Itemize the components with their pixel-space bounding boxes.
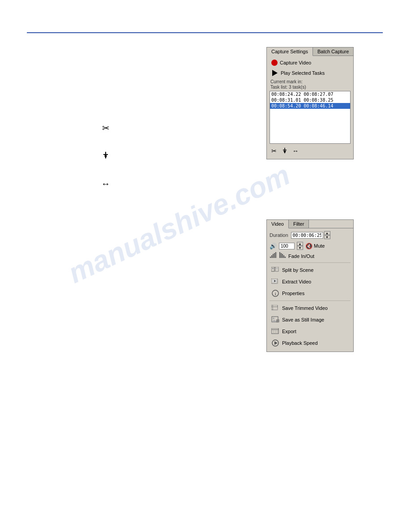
- fade-row: Fade In/Out: [270, 252, 351, 260]
- svg-rect-8: [273, 254, 274, 258]
- playback-speed-button[interactable]: Playback Speed: [270, 337, 351, 349]
- play-selected-button[interactable]: Play Selected Tasks: [270, 69, 351, 77]
- capture-panel: Capture Settings Batch Capture Capture V…: [266, 47, 354, 159]
- save-trimmed-label: Save Trimmed Video: [282, 305, 328, 311]
- properties-icon: i: [271, 289, 279, 297]
- volume-row: 🔊 ▲ ▼ 🔇 Mute: [270, 242, 351, 250]
- extract-video-icon: [271, 278, 279, 286]
- extract-video-label: Extract Video: [282, 279, 311, 284]
- svg-marker-40: [274, 341, 278, 345]
- duration-value: ▲ ▼: [291, 231, 330, 239]
- playback-speed-icon: [271, 339, 279, 347]
- volume-icon: 🔊: [270, 243, 277, 249]
- fade-label: Fade In/Out: [288, 253, 314, 259]
- capture-video-button[interactable]: Capture Video: [270, 59, 351, 67]
- video-tabs: Video Filter: [267, 220, 353, 228]
- save-still-button[interactable]: Save as Still Image: [270, 314, 351, 326]
- split-by-scene-button[interactable]: Split by Scene: [270, 264, 351, 276]
- duration-row: Duration ▲ ▼: [270, 231, 351, 239]
- scissors-icon[interactable]: ✂: [98, 121, 113, 135]
- svg-marker-2: [104, 155, 107, 159]
- split-by-scene-icon: [271, 266, 279, 274]
- save-still-label: Save as Still Image: [282, 317, 324, 322]
- taskbar-pin-icon[interactable]: [280, 146, 289, 155]
- capture-video-label: Capture Video: [280, 60, 311, 65]
- fade-icon-1: [270, 252, 277, 260]
- left-icons-area: ✂ ↔: [98, 121, 113, 191]
- svg-rect-10: [275, 252, 276, 258]
- tab-filter[interactable]: Filter: [289, 220, 309, 228]
- volume-spin-down[interactable]: ▼: [297, 246, 303, 250]
- capture-panel-body: Capture Video Play Selected Tasks Curren…: [267, 56, 353, 159]
- svg-rect-9: [274, 253, 275, 258]
- task-item-3[interactable]: 00:08:54.20 00:08:46.14: [270, 103, 350, 109]
- volume-spin-up[interactable]: ▲: [297, 242, 303, 246]
- separator-1: [270, 262, 351, 263]
- fade-icon-2: [279, 252, 286, 260]
- split-by-scene-label: Split by Scene: [282, 267, 313, 273]
- tab-video[interactable]: Video: [267, 220, 289, 228]
- extract-video-button[interactable]: Extract Video: [270, 276, 351, 287]
- task-list-label: Task list: 3 task(s): [270, 85, 351, 90]
- taskbar-arrows-icon[interactable]: ↔: [291, 146, 300, 155]
- top-rule: [27, 32, 383, 33]
- properties-label: Properties: [282, 291, 304, 296]
- mute-icon: 🔇: [305, 243, 313, 249]
- mute-label: Mute: [314, 243, 325, 249]
- svg-rect-17: [272, 268, 274, 269]
- task-item-1[interactable]: 00:08:24.22 00:08:27.07: [270, 91, 350, 97]
- duration-input[interactable]: [291, 232, 323, 239]
- svg-rect-11: [279, 252, 280, 258]
- taskbar-icons: ✂ ↔: [270, 146, 351, 156]
- playback-speed-label: Playback Speed: [282, 340, 318, 346]
- save-trimmed-button[interactable]: Save Trimmed Video: [270, 302, 351, 314]
- record-icon: [271, 60, 278, 66]
- duration-label: Duration: [270, 232, 288, 238]
- save-still-icon: [271, 316, 279, 324]
- svg-text:i: i: [275, 292, 276, 296]
- svg-rect-14: [283, 255, 284, 258]
- duration-spin-up[interactable]: ▲: [324, 231, 330, 235]
- svg-rect-15: [285, 257, 286, 258]
- export-button[interactable]: Export: [270, 326, 351, 337]
- separator-2: [270, 300, 351, 301]
- video-panel: Video Filter Duration ▲ ▼ 🔊 ▲ ▼ 🔇: [266, 219, 354, 352]
- arrows-icon[interactable]: ↔: [98, 176, 113, 191]
- taskbar-scissors-icon[interactable]: ✂: [270, 146, 278, 155]
- current-mark-label: Current mark in:: [270, 79, 351, 84]
- properties-button[interactable]: i Properties: [270, 287, 351, 299]
- svg-rect-7: [271, 255, 272, 258]
- task-list-area[interactable]: 00:08:24.22 00:08:27.07 00:08:31.01 00:0…: [270, 91, 351, 144]
- tab-capture-settings[interactable]: Capture Settings: [267, 47, 313, 56]
- export-label: Export: [282, 329, 296, 334]
- svg-rect-6: [270, 257, 271, 258]
- svg-rect-19: [276, 268, 278, 269]
- svg-rect-12: [281, 253, 282, 258]
- export-icon: [271, 327, 279, 335]
- video-panel-body: Duration ▲ ▼ 🔊 ▲ ▼ 🔇 Mute: [267, 228, 353, 352]
- svg-marker-5: [283, 151, 286, 154]
- pin-icon[interactable]: [98, 149, 113, 163]
- svg-point-30: [273, 317, 274, 319]
- duration-spinner: ▲ ▼: [324, 231, 330, 239]
- tab-batch-capture[interactable]: Batch Capture: [313, 47, 354, 56]
- mute-button[interactable]: 🔇 Mute: [305, 243, 325, 249]
- capture-tabs: Capture Settings Batch Capture: [267, 47, 353, 56]
- task-item-2[interactable]: 00:08:31.01 00:08:38.25: [270, 97, 350, 103]
- volume-spinner: ▲ ▼: [297, 242, 303, 250]
- play-selected-label: Play Selected Tasks: [281, 70, 325, 76]
- play-icon: [271, 69, 278, 77]
- volume-input[interactable]: [279, 243, 295, 249]
- svg-rect-26: [271, 305, 278, 310]
- svg-rect-13: [282, 254, 283, 258]
- duration-spin-down[interactable]: ▼: [324, 235, 330, 239]
- save-trimmed-icon: [271, 304, 279, 312]
